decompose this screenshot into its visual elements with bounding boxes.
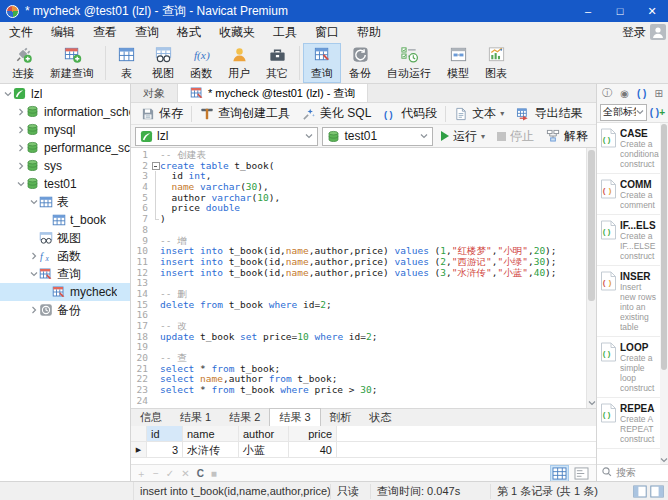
snippet-item[interactable]: () COMM Create a comment xyxy=(597,174,660,215)
toggle-right-pane-icon[interactable] xyxy=(650,485,664,498)
toolbar-button[interactable]: 查询 xyxy=(303,43,341,83)
tree-item[interactable]: test01 xyxy=(0,175,130,193)
apply-changes-icon[interactable]: ✓ xyxy=(166,465,174,482)
tree-item[interactable]: information_schema xyxy=(0,103,130,121)
toolbar-button[interactable]: 图表 xyxy=(477,43,515,83)
grid-column-header[interactable]: name xyxy=(183,426,239,441)
toggle-left-pane-icon[interactable] xyxy=(633,485,647,498)
snippet-item[interactable]: ( ) LOOP Create a simple loop construct xyxy=(597,337,660,398)
dbms-icon[interactable]: ◉ xyxy=(620,88,629,99)
run-button[interactable]: 运行 ▾ xyxy=(437,128,489,145)
snippet-search[interactable]: 搜索 xyxy=(597,464,668,481)
grid-column-header[interactable]: id xyxy=(147,426,183,441)
scrollbar-thumb[interactable] xyxy=(661,124,667,370)
database-select[interactable]: test01 xyxy=(322,127,433,146)
refresh-icon[interactable]: C xyxy=(197,465,204,482)
snippet-scrollbar[interactable] xyxy=(660,123,668,464)
fold-marker[interactable] xyxy=(151,193,160,204)
editor-scrollbar[interactable] xyxy=(586,148,596,408)
query-toolbar-button[interactable]: 保存 xyxy=(135,104,189,124)
connection-select[interactable]: lzl xyxy=(135,127,318,146)
menu-item[interactable]: 收藏夹 xyxy=(210,25,264,39)
tree-item[interactable]: 查询 xyxy=(0,265,130,283)
snippet-item[interactable]: ( ) CASE Create a conditional construct xyxy=(597,123,660,174)
toolbar-button[interactable]: 自动运行 xyxy=(379,43,439,83)
result-tab[interactable]: 结果 3 xyxy=(269,408,320,426)
minimize-button[interactable]: – xyxy=(572,0,604,22)
grid-cell[interactable]: 水浒传 xyxy=(183,442,239,457)
result-tab[interactable]: 结果 2 xyxy=(220,409,269,426)
grid-cell[interactable]: 40 xyxy=(289,442,337,457)
fold-marker[interactable] xyxy=(151,257,160,268)
query-toolbar-button[interactable]: 文本 ▾ xyxy=(448,104,510,124)
menu-item[interactable]: 文件 xyxy=(0,25,42,39)
dropdown-caret-icon[interactable]: ▾ xyxy=(500,109,504,118)
stop-button[interactable]: 停止 xyxy=(493,128,538,145)
grid-data-row[interactable]: ▶3水浒传小蓝40 xyxy=(131,442,596,458)
editor-line[interactable]: 15 delete from t_book where id=2; xyxy=(131,300,596,311)
discard-changes-icon[interactable]: ✕ xyxy=(181,465,189,482)
query-toolbar-button[interactable]: 查询创建工具 xyxy=(194,104,296,124)
delete-record-icon[interactable]: − xyxy=(153,465,159,482)
tree-item[interactable]: lzl xyxy=(0,85,130,103)
expander-icon[interactable] xyxy=(15,126,26,134)
snippet-item[interactable]: ( ) IF...ELS Create a IF...ELSE construc… xyxy=(597,215,660,266)
fold-marker[interactable] xyxy=(151,225,160,236)
fold-marker[interactable] xyxy=(151,246,160,257)
row-selector-header[interactable] xyxy=(131,426,147,441)
stop-icon[interactable]: ■ xyxy=(211,465,217,482)
document-tab[interactable]: 对象 xyxy=(131,84,178,102)
info-icon[interactable]: ⓘ xyxy=(602,86,612,100)
menu-item[interactable]: 查看 xyxy=(84,25,126,39)
fold-marker[interactable] xyxy=(151,171,160,182)
toolbar-button[interactable]: 表 xyxy=(109,43,144,83)
fold-marker[interactable] xyxy=(151,161,160,172)
tree-item[interactable]: performance_schema xyxy=(0,139,130,157)
expander-icon[interactable] xyxy=(15,144,26,152)
editor-line[interactable]: 13 xyxy=(131,278,596,289)
toolbar-button[interactable]: 连接 xyxy=(4,43,42,83)
snippet-item[interactable]: () INSER Insert new rows into an existin… xyxy=(597,266,660,337)
editor-line[interactable]: 18 update t_book set price=10 where id=2… xyxy=(131,332,596,343)
expander-icon[interactable] xyxy=(28,252,39,260)
query-toolbar-button[interactable]: 导出结果 xyxy=(510,104,588,124)
close-button[interactable]: ✕ xyxy=(636,0,668,22)
fold-marker[interactable] xyxy=(151,396,160,407)
tree-item[interactable]: mysql xyxy=(0,121,130,139)
fold-marker[interactable] xyxy=(151,289,160,300)
grid-cell[interactable]: 3 xyxy=(147,442,183,457)
expander-icon[interactable] xyxy=(28,198,39,206)
grid-view-button[interactable] xyxy=(550,465,569,482)
toolbar-button[interactable]: f(x) 函数 xyxy=(182,43,220,83)
fold-marker[interactable] xyxy=(151,310,160,321)
query-toolbar-button[interactable]: 美化 SQL xyxy=(296,104,377,124)
grid-cell[interactable]: 小蓝 xyxy=(239,442,289,457)
expander-icon[interactable] xyxy=(15,162,26,170)
menu-item[interactable]: 格式 xyxy=(168,25,210,39)
fold-marker[interactable] xyxy=(151,385,160,396)
toolbar-button[interactable]: 视图 xyxy=(144,43,182,83)
code-snippet-icon[interactable]: ( ) xyxy=(637,88,646,99)
toolbar-button[interactable]: 新建查询 xyxy=(42,43,102,83)
editor-line[interactable]: 6 price double xyxy=(131,203,596,214)
editor-line[interactable]: 19 xyxy=(131,342,596,353)
expander-icon[interactable] xyxy=(15,180,26,188)
toolbar-button[interactable]: 备份 xyxy=(341,43,379,83)
editor-line[interactable]: 12 insert into t_book(id,name,author,pri… xyxy=(131,268,596,279)
sql-editor[interactable]: 1 -- 创建表 2 create table t_book( 3 id int… xyxy=(131,148,596,408)
tree-item[interactable]: mycheck xyxy=(0,283,130,301)
new-snippet-button[interactable]: ( )+ xyxy=(650,107,665,118)
toolbar-button[interactable]: 模型 xyxy=(439,43,477,83)
fold-marker[interactable] xyxy=(151,300,160,311)
user-avatar-icon[interactable] xyxy=(650,24,666,40)
snippet-filter-select[interactable]: 全部标签 xyxy=(600,104,647,121)
fold-marker[interactable] xyxy=(151,182,160,193)
menu-item[interactable]: 帮助 xyxy=(348,25,390,39)
fold-marker[interactable] xyxy=(151,150,160,161)
editor-line[interactable]: 16 xyxy=(131,310,596,321)
tree-item[interactable]: 备份 xyxy=(0,301,130,319)
tree-item[interactable]: t_book xyxy=(0,211,130,229)
row-selector[interactable]: ▶ xyxy=(131,442,147,457)
menu-item[interactable]: 编辑 xyxy=(42,25,84,39)
tree-item[interactable]: sys xyxy=(0,157,130,175)
